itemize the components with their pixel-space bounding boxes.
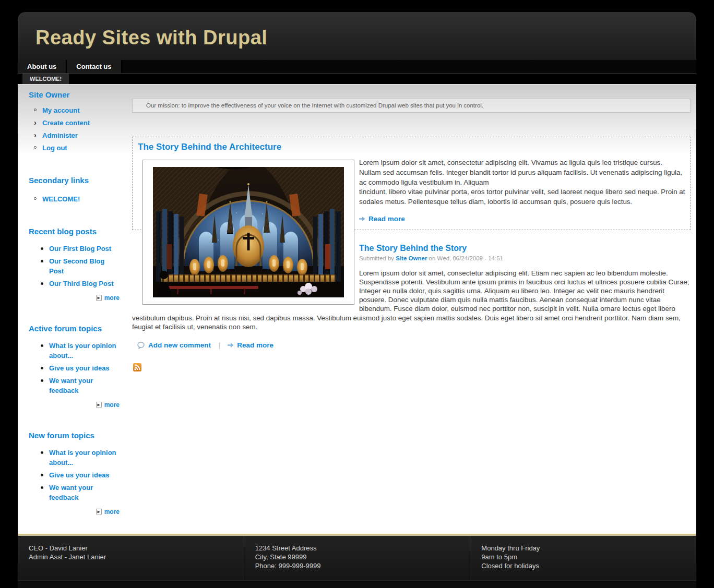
sidebar-title-site-owner: Site Owner [29,90,128,99]
chevron-right-icon: › [34,118,42,127]
disc-bullet-icon [41,473,49,476]
page-container: Ready Sites with Drupal About us Contact… [18,12,696,588]
sidebar-block-active-forum-topics: Active forum topics What is your opinion… [29,324,128,409]
circle-bullet-icon [34,109,42,111]
sidebar-item-log-out[interactable]: Log out [34,143,128,153]
sidebar-title-secondary-links: Secondary links [29,176,128,185]
sidebar-item-blog-post[interactable]: Our Second Blog Post [41,256,128,276]
primary-nav: About us Contact us [18,60,696,74]
nav-tab-about-us[interactable]: About us [18,60,67,73]
sidebar-item-forum-topic[interactable]: Give us your ideas [41,363,128,373]
footer-line: Closed for holidays [481,561,696,570]
main-column: Our mission: to improve the effectivenes… [132,85,696,534]
arrow-right-icon [359,216,365,222]
sidebar-item-my-account[interactable]: My account [34,105,128,115]
add-new-comment-link[interactable]: Add new comment [148,341,211,349]
sidebar-item-administer[interactable]: › Administer [34,130,128,140]
sidebar-link-ideas-topic[interactable]: Give us your ideas [49,470,110,480]
sidebar-link-administer[interactable]: Administer [42,130,78,140]
sidebar-title-recent-blog-posts: Recent blog posts [29,227,128,236]
sidebar-link-feedback-topic[interactable]: We want your feedback [49,376,116,395]
footer-line: City, State 99999 [255,553,470,561]
disc-bullet-icon [41,451,49,454]
nav-tab-contact-us[interactable]: Contact us [67,60,122,73]
disc-bullet-icon [41,259,49,262]
article-body-architecture-2: tincidunt, libero vitae pulvinar porta, … [359,188,685,206]
sidebar-item-blog-post[interactable]: Our Third Blog Post [41,279,128,289]
sidebar-block-site-owner: Site Owner My account › Create content ›… [29,90,128,153]
circle-bullet-icon [34,197,42,200]
more-arrow-icon: ▶ [96,295,102,301]
disc-bullet-icon [41,282,49,285]
sidebar-link-welcome[interactable]: WELCOME! [42,194,80,204]
footer: CEO - David Lanier Admin Asst - Janet La… [18,534,696,580]
submitted-prefix: Submitted by [359,255,394,261]
sidebar: Site Owner My account › Create content ›… [18,85,132,534]
sidebar-link-create-content[interactable]: Create content [42,118,90,128]
arrow-right-icon [228,342,234,348]
rss-feed-icon[interactable] [133,363,141,371]
more-link-new-forum[interactable]: more [104,508,120,515]
footer-line: Admin Asst - Janet Lanier [29,553,244,561]
sidebar-block-secondary-links: Secondary links WELCOME! [29,176,128,204]
sidebar-item-forum-topic[interactable]: We want your feedback [41,483,128,502]
links-separator: | [218,341,220,349]
sidebar-link-log-out[interactable]: Log out [42,143,67,153]
sidebar-title-active-forum-topics: Active forum topics [29,324,128,333]
sidebar-link-first-blog-post[interactable]: Our First Blog Post [49,244,111,254]
sidebar-link-ideas-topic[interactable]: Give us your ideas [49,363,110,373]
article-architecture: The Story Behind the Architecture [132,137,691,230]
submitted-suffix: on Wed, 06/24/2009 - 14:51 [429,255,503,261]
article-title-architecture[interactable]: The Story Behind the Architecture [138,142,685,152]
disc-bullet-icon [41,344,49,347]
article-links-row: Add new comment | Read more [137,340,691,350]
sidebar-item-forum-topic[interactable]: We want your feedback [41,376,128,395]
sidebar-block-new-forum-topics: New forum topics What is your opinion ab… [29,431,128,516]
more-arrow-icon: ▶ [96,402,102,407]
footer-line: 1234 Street Address [255,544,470,553]
sidebar-link-my-account[interactable]: My account [42,105,80,115]
site-title: Ready Sites with Drupal [18,12,696,49]
footer-col-address: 1234 Street Address City, State 99999 Ph… [244,536,470,580]
disc-bullet-icon [41,486,49,489]
more-link-blog[interactable]: more [104,294,120,302]
footer-bottom: About us|Contact us Copyright © 2009 Rea… [18,580,696,588]
disc-bullet-icon [41,247,49,250]
content-area: Site Owner My account › Create content ›… [18,84,696,534]
article-body-architecture-1: Lorem ipsum dolor sit amet, consectetur … [359,159,682,186]
more-arrow-icon: ▶ [96,509,102,514]
disc-bullet-icon [41,379,49,382]
chevron-right-icon: › [34,130,42,140]
subnav-tab-welcome[interactable]: WELCOME! [22,74,69,84]
sidebar-item-forum-topic[interactable]: What is your opinion about... [41,448,128,467]
sidebar-block-recent-blog-posts: Recent blog posts Our First Blog Post Ou… [29,227,128,302]
sidebar-link-feedback-topic[interactable]: We want your feedback [49,483,116,502]
sidebar-item-create-content[interactable]: › Create content [34,118,128,128]
footer-line: Monday thru Friday [481,544,696,553]
sidebar-title-new-forum-topics: New forum topics [29,431,128,440]
more-link-active-forum[interactable]: more [104,401,120,409]
sidebar-item-welcome[interactable]: WELCOME! [34,194,128,204]
footer-col-people: CEO - David Lanier Admin Asst - Janet La… [18,536,244,580]
sidebar-link-third-blog-post[interactable]: Our Third Blog Post [49,279,114,289]
author-link[interactable]: Site Owner [396,255,427,261]
sidebar-item-forum-topic[interactable]: What is your opinion about... [41,341,128,361]
footer-line: 9am to 5pm [481,553,696,561]
comment-bubble-icon [137,342,145,349]
footer-col-hours: Monday thru Friday 9am to 5pm Closed for… [470,536,696,580]
mission-statement: Our mission: to improve the effectivenes… [132,99,691,113]
more-row: ▶more [29,507,128,516]
read-more-link-story[interactable]: Read more [237,341,273,349]
sidebar-link-opinion-topic[interactable]: What is your opinion about... [49,341,116,361]
sidebar-link-opinion-topic[interactable]: What is your opinion about... [49,448,116,467]
cathedral-photo [142,160,354,305]
cathedral-interior-illustration [153,167,344,297]
footer-line: Phone: 999-999-9999 [255,561,470,570]
disc-bullet-icon [41,366,49,369]
more-row: ▶more [29,400,128,409]
sidebar-link-second-blog-post[interactable]: Our Second Blog Post [49,256,116,276]
read-more-link-architecture[interactable]: Read more [368,215,405,223]
secondary-nav: WELCOME! [18,74,696,84]
sidebar-item-blog-post[interactable]: Our First Blog Post [41,244,128,254]
sidebar-item-forum-topic[interactable]: Give us your ideas [41,470,128,480]
